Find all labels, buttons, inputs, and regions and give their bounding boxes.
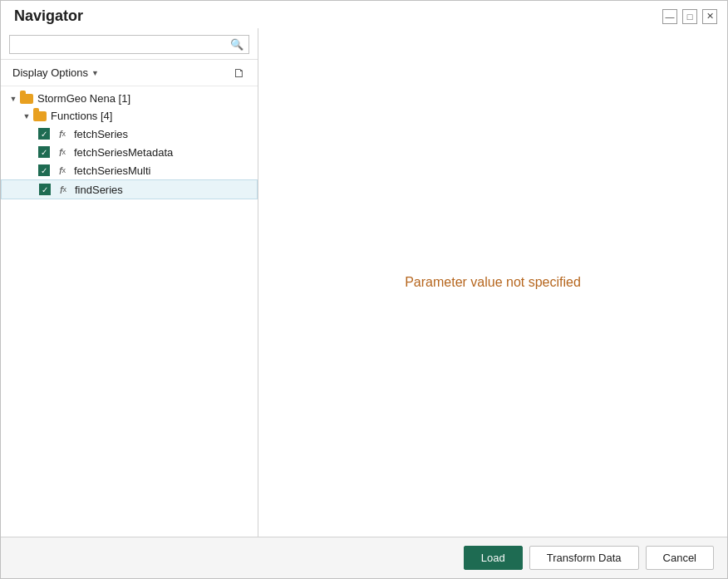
tree-area: ▼ StormGeo Nena [1] ▼ Functions [4] bbox=[1, 86, 258, 537]
checkbox-checked-icon-3: ✓ bbox=[38, 164, 50, 176]
maximize-button[interactable]: □ bbox=[682, 9, 697, 24]
transform-data-button[interactable]: Transform Data bbox=[529, 546, 639, 570]
search-bar: 🔍 bbox=[1, 28, 258, 60]
toolbar-doc-icon-button[interactable]: 🗋 bbox=[229, 64, 249, 81]
window-controls: — □ ✕ bbox=[662, 9, 717, 24]
minimize-button[interactable]: — bbox=[662, 9, 677, 24]
fetchSeriesMetadata-label: fetchSeriesMetadata bbox=[74, 146, 173, 159]
toolbar-row: Display Options ▼ 🗋 bbox=[1, 60, 258, 86]
functions-label: Functions [4] bbox=[51, 110, 112, 122]
bottom-bar: Load Transform Data Cancel bbox=[1, 537, 727, 578]
root-label: StormGeo Nena [1] bbox=[37, 92, 130, 105]
main-content: 🔍 Display Options ▼ 🗋 ▼ St bbox=[1, 28, 727, 537]
fx-icon-fetchSeriesMetadata: fx bbox=[54, 145, 71, 159]
tree-fetchSeriesMulti-item[interactable]: ✓ fx fetchSeriesMulti bbox=[1, 161, 258, 179]
folder-icon-functions bbox=[32, 110, 47, 122]
tree-functions-item[interactable]: ▼ Functions [4] bbox=[1, 107, 258, 125]
right-panel: Parameter value not specified bbox=[258, 28, 727, 537]
display-options-label: Display Options bbox=[12, 66, 88, 79]
cancel-button[interactable]: Cancel bbox=[646, 546, 714, 570]
window-title: Navigator bbox=[14, 7, 83, 25]
close-button[interactable]: ✕ bbox=[702, 9, 717, 24]
checkbox-fetchSeriesMetadata[interactable]: ✓ bbox=[37, 145, 51, 159]
search-input-wrap[interactable]: 🔍 bbox=[9, 35, 249, 54]
checkbox-checked-icon-2: ✓ bbox=[38, 146, 50, 158]
checkbox-checked-icon-4: ✓ bbox=[39, 184, 51, 195]
tree-fetchSeriesMetadata-item[interactable]: ✓ fx fetchSeriesMetadata bbox=[1, 143, 258, 161]
tree-findSeries-item[interactable]: ✓ fx findSeries bbox=[1, 179, 258, 199]
load-button[interactable]: Load bbox=[464, 546, 523, 570]
checkbox-fetchSeriesMulti[interactable]: ✓ bbox=[37, 164, 51, 177]
expand-arrow-root: ▼ bbox=[7, 93, 19, 105]
checkbox-fetchSeries[interactable]: ✓ bbox=[37, 127, 51, 140]
fetchSeries-label: fetchSeries bbox=[74, 128, 128, 140]
search-input[interactable] bbox=[15, 38, 230, 51]
checkbox-checked-icon: ✓ bbox=[38, 128, 50, 140]
display-options-caret-icon: ▼ bbox=[91, 69, 99, 77]
fetchSeriesMulti-label: fetchSeriesMulti bbox=[74, 164, 150, 177]
fx-icon-fetchSeries: fx bbox=[54, 127, 71, 140]
checkbox-findSeries[interactable]: ✓ bbox=[38, 183, 52, 196]
empty-message: Parameter value not specified bbox=[405, 275, 581, 290]
tree-fetchSeries-item[interactable]: ✓ fx fetchSeries bbox=[1, 125, 258, 143]
fx-icon-fetchSeriesMulti: fx bbox=[54, 164, 71, 177]
title-bar: Navigator — □ ✕ bbox=[1, 1, 727, 28]
folder-icon-root bbox=[19, 93, 34, 105]
search-icon[interactable]: 🔍 bbox=[230, 38, 243, 51]
findSeries-label: findSeries bbox=[75, 184, 123, 196]
display-options-button[interactable]: Display Options ▼ bbox=[9, 65, 102, 81]
expand-arrow-functions: ▼ bbox=[21, 110, 32, 122]
fx-icon-findSeries: fx bbox=[55, 183, 71, 196]
tree-root-item[interactable]: ▼ StormGeo Nena [1] bbox=[1, 90, 258, 107]
left-panel: 🔍 Display Options ▼ 🗋 ▼ St bbox=[1, 28, 258, 537]
navigator-window: Navigator — □ ✕ 🔍 Display Options ▼ bbox=[0, 0, 728, 579]
